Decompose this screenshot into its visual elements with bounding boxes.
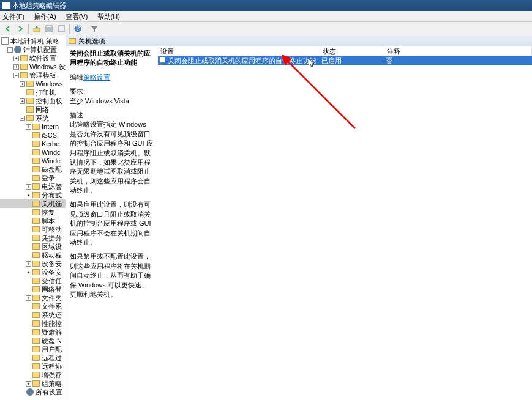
expand-icon[interactable] bbox=[26, 313, 31, 318]
expand-icon[interactable]: − bbox=[13, 73, 19, 78]
tree-item[interactable]: 区域设 bbox=[0, 242, 66, 251]
expand-icon[interactable] bbox=[20, 107, 25, 113]
expand-icon[interactable] bbox=[20, 90, 25, 95]
expand-icon[interactable] bbox=[26, 304, 31, 309]
expand-icon[interactable] bbox=[20, 390, 25, 395]
list-icon[interactable] bbox=[43, 23, 54, 34]
tree-item[interactable]: −管理模板 bbox=[0, 71, 66, 80]
expand-icon[interactable]: + bbox=[26, 295, 31, 301]
expand-icon[interactable] bbox=[26, 338, 31, 344]
expand-icon[interactable]: + bbox=[26, 193, 31, 198]
expand-icon[interactable]: − bbox=[7, 47, 13, 53]
tree-item[interactable]: 疑难解 bbox=[0, 328, 66, 336]
tree-item[interactable]: 脚本 bbox=[0, 217, 66, 225]
expand-icon[interactable]: + bbox=[26, 270, 31, 275]
tree-item[interactable]: 系统还 bbox=[0, 311, 66, 319]
tree-item[interactable]: +Windows 设 bbox=[0, 62, 66, 71]
tree-root[interactable]: 本地计算机 策略 bbox=[0, 37, 66, 45]
tree-item[interactable]: +控制面板 bbox=[0, 97, 66, 105]
tree-item[interactable]: 文件系 bbox=[0, 302, 66, 311]
tree-item[interactable]: 网络 bbox=[0, 105, 66, 114]
tree-item[interactable]: Windc bbox=[0, 157, 66, 165]
back-button[interactable] bbox=[2, 23, 13, 34]
expand-icon[interactable] bbox=[26, 253, 31, 258]
expand-icon[interactable] bbox=[26, 176, 31, 181]
tree-item[interactable]: 远程过 bbox=[0, 354, 66, 362]
expand-icon[interactable] bbox=[26, 355, 31, 361]
expand-icon[interactable] bbox=[26, 141, 31, 147]
tree-item[interactable]: 驱动程 bbox=[0, 251, 66, 259]
expand-icon[interactable] bbox=[26, 150, 31, 155]
expand-icon[interactable] bbox=[26, 347, 31, 352]
tree-item[interactable]: +设备安 bbox=[0, 259, 66, 268]
tree-item[interactable]: 可移动 bbox=[0, 225, 66, 234]
expand-icon[interactable] bbox=[26, 364, 31, 369]
menu-action[interactable]: 操作(A) bbox=[34, 13, 56, 20]
tree-item[interactable]: 远程协 bbox=[0, 362, 66, 371]
tree-item[interactable]: iSCSI bbox=[0, 131, 66, 139]
tree-item[interactable]: 关机选 bbox=[0, 199, 66, 208]
policy-icon bbox=[159, 57, 165, 63]
col-setting[interactable]: 设置 bbox=[158, 46, 320, 56]
tree-item[interactable]: 登录 bbox=[0, 174, 66, 182]
tree-item[interactable]: +分布式 bbox=[0, 191, 66, 199]
tree-item[interactable]: 用户配 bbox=[0, 345, 66, 354]
tree-item[interactable]: −计算机配置 bbox=[0, 45, 66, 54]
tree-item[interactable]: 性能控 bbox=[0, 319, 66, 328]
col-note[interactable]: 注释 bbox=[384, 46, 532, 56]
tree-item[interactable]: +电源管 bbox=[0, 182, 66, 191]
forward-button[interactable] bbox=[15, 23, 26, 34]
tree-item[interactable]: +文件夹 bbox=[0, 294, 66, 302]
help-icon[interactable]: ? bbox=[72, 23, 83, 34]
tree-item[interactable]: +Intern bbox=[0, 122, 66, 131]
expand-icon[interactable] bbox=[26, 227, 31, 232]
expand-icon[interactable] bbox=[26, 235, 31, 241]
expand-icon[interactable]: + bbox=[26, 381, 31, 387]
tree-item[interactable]: +设备安 bbox=[0, 268, 66, 276]
expand-icon[interactable] bbox=[26, 278, 31, 284]
tree-item[interactable]: +软件设置 bbox=[0, 54, 66, 62]
tree-item[interactable]: +组策略 bbox=[0, 379, 66, 388]
tree-item[interactable]: +Windows bbox=[0, 80, 66, 88]
expand-icon[interactable] bbox=[26, 321, 31, 327]
tree-item[interactable]: 磁盘配 bbox=[0, 165, 66, 174]
tree-item[interactable]: 凭据分 bbox=[0, 234, 66, 242]
policy-row[interactable]: 关闭会阻止或取消关机的应用程序的自动终止功能 已启用 否 bbox=[158, 56, 532, 65]
expand-icon[interactable] bbox=[26, 167, 31, 172]
tree-item[interactable]: 恢复 bbox=[0, 208, 66, 217]
menu-view[interactable]: 查看(V) bbox=[66, 13, 88, 20]
tree-item[interactable]: Kerbe bbox=[0, 139, 66, 148]
up-button[interactable] bbox=[31, 23, 42, 34]
tree-item[interactable]: 网络登 bbox=[0, 285, 66, 294]
expand-icon[interactable]: + bbox=[26, 261, 31, 267]
tree-item[interactable]: 受信任 bbox=[0, 276, 66, 285]
expand-icon[interactable] bbox=[26, 133, 31, 138]
expand-icon[interactable]: − bbox=[20, 116, 25, 121]
expand-icon[interactable]: + bbox=[13, 56, 19, 61]
expand-icon[interactable] bbox=[26, 287, 31, 292]
export-icon[interactable] bbox=[56, 23, 67, 34]
expand-icon[interactable] bbox=[26, 218, 31, 224]
expand-icon[interactable] bbox=[26, 158, 31, 164]
menu-file[interactable]: 文件(F) bbox=[2, 13, 24, 20]
expand-icon[interactable] bbox=[26, 210, 31, 215]
tree-item[interactable]: 硬盘 N bbox=[0, 336, 66, 345]
menu-help[interactable]: 帮助(H) bbox=[97, 13, 120, 20]
tree-item[interactable]: 增强存 bbox=[0, 371, 66, 379]
expand-icon[interactable]: + bbox=[20, 81, 25, 87]
col-state[interactable]: 状态 bbox=[320, 46, 384, 56]
expand-icon[interactable] bbox=[26, 330, 31, 335]
expand-icon[interactable] bbox=[26, 201, 31, 207]
expand-icon[interactable] bbox=[26, 244, 31, 250]
expand-icon[interactable]: + bbox=[13, 64, 19, 70]
expand-icon[interactable]: + bbox=[26, 124, 31, 130]
tree-item[interactable]: 打印机 bbox=[0, 88, 66, 97]
edit-policy-link[interactable]: 策略设置 bbox=[83, 73, 110, 81]
expand-icon[interactable]: + bbox=[20, 98, 25, 104]
expand-icon[interactable]: + bbox=[26, 184, 31, 190]
expand-icon[interactable] bbox=[26, 372, 31, 378]
tree-item[interactable]: 所有设置 bbox=[0, 388, 66, 396]
filter-icon[interactable] bbox=[89, 23, 100, 34]
tree-item[interactable]: Windc bbox=[0, 148, 66, 157]
tree-item[interactable]: −系统 bbox=[0, 114, 66, 122]
